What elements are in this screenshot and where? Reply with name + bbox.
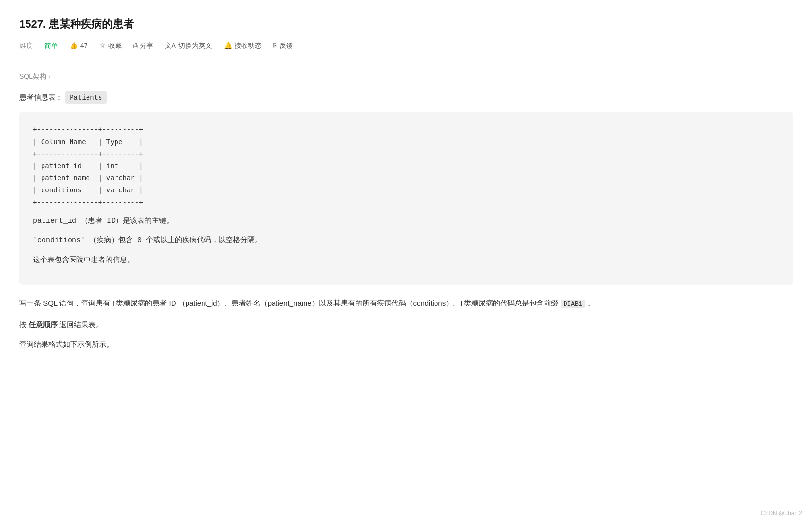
question-block: 写一条 SQL 语句，查询患有 I 类糖尿病的患者 ID （patient_id…	[19, 296, 793, 351]
star-icon: ☆	[100, 40, 106, 51]
section-label-text: 患者信息表：	[19, 93, 63, 101]
like-count: 47	[80, 40, 88, 51]
share-icon: ⎙	[133, 40, 137, 51]
meta-bar: 难度 简单 👍 47 ☆ 收藏 ⎙ 分享 文A 切换为英文 🔔 接收动态 ⎘ 反…	[19, 40, 793, 51]
like-button[interactable]: 👍 47	[70, 40, 88, 51]
table-name-badge: Patients	[65, 91, 107, 104]
result-format-statement: 查询结果格式如下示例所示。	[19, 337, 793, 351]
difficulty-label: 难度	[19, 40, 33, 51]
difficulty-value: 简单	[44, 40, 58, 51]
order-statement: 按 任意顺序 返回结果表。	[19, 318, 793, 332]
desc-line-1: patient_id （患者 ID）是该表的主键。	[33, 215, 779, 229]
schema-table-text: +---------------+---------+ | Column Nam…	[33, 123, 779, 208]
order-bold: 任意顺序	[29, 320, 58, 329]
switch-language-button[interactable]: 文A 切换为英文	[165, 40, 212, 51]
question-intro-text: 写一条 SQL 语句，查询患有 I 类糖尿病的患者 ID （patient_id…	[19, 299, 558, 307]
share-label: 分享	[140, 40, 153, 51]
bell-icon: 🔔	[224, 40, 232, 51]
collect-label: 收藏	[108, 40, 122, 51]
feedback-label: 反馈	[279, 40, 293, 51]
subscribe-button[interactable]: 🔔 接收动态	[224, 40, 261, 51]
feedback-button[interactable]: ⎘ 反馈	[273, 40, 293, 51]
question-intro-end: 。	[587, 299, 594, 307]
subscribe-label: 接收动态	[234, 40, 261, 51]
diab1-code: DIAB1	[561, 300, 585, 308]
schema-code-block: +---------------+---------+ | Column Nam…	[19, 112, 793, 285]
page-title: 1527. 患某种疾病的患者	[19, 15, 793, 32]
section-label: 患者信息表： Patients	[19, 91, 793, 104]
like-icon: 👍	[70, 40, 78, 51]
switch-language-label: 切换为英文	[178, 40, 212, 51]
order-suffix: 返回结果表。	[59, 320, 103, 329]
desc-line-3: 这个表包含医院中患者的信息。	[33, 254, 779, 268]
question-intro: 写一条 SQL 语句，查询患有 I 类糖尿病的患者 ID （patient_id…	[19, 296, 793, 310]
breadcrumb-link[interactable]: SQL架构	[19, 71, 46, 82]
breadcrumb: SQL架构 ›	[19, 71, 793, 82]
feedback-icon: ⎘	[273, 40, 277, 51]
order-prefix: 按	[19, 320, 27, 329]
description-lines: patient_id （患者 ID）是该表的主键。 'conditions' （…	[33, 215, 779, 268]
meta-divider	[19, 61, 793, 61]
desc-line-2: 'conditions' （疾病）包含 0 个或以上的疾病代码，以空格分隔。	[33, 234, 779, 248]
collect-button[interactable]: ☆ 收藏	[100, 40, 122, 51]
translate-icon: 文A	[165, 40, 176, 51]
share-button[interactable]: ⎙ 分享	[133, 40, 153, 51]
breadcrumb-separator: ›	[48, 71, 51, 82]
